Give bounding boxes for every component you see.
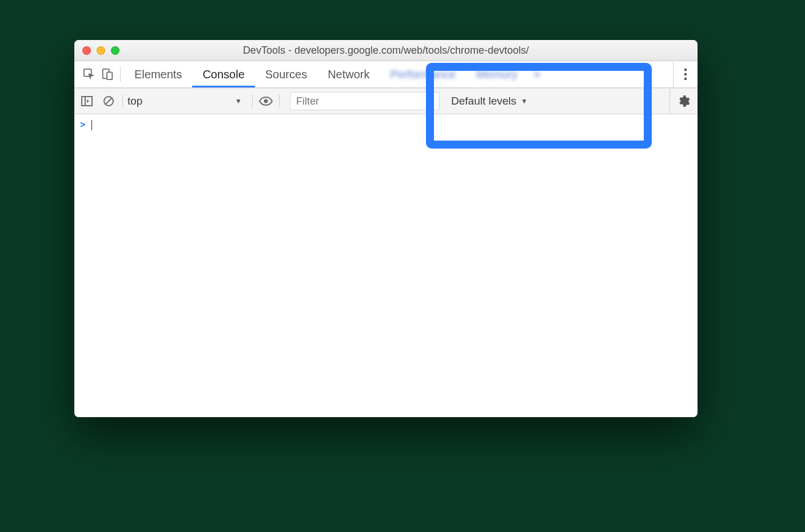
- clear-console-icon[interactable]: [99, 92, 118, 110]
- tabbar: Elements Console Sources Network Perform…: [74, 61, 698, 88]
- context-label: top: [127, 95, 142, 107]
- console-output[interactable]: >: [74, 114, 698, 417]
- close-window-button[interactable]: [82, 46, 91, 55]
- tab-network[interactable]: Network: [317, 61, 380, 87]
- show-console-sidebar-icon[interactable]: [78, 92, 96, 110]
- chevron-down-icon: ▼: [521, 97, 528, 105]
- svg-point-4: [684, 73, 687, 76]
- svg-point-10: [264, 99, 268, 103]
- levels-label: Default levels: [451, 95, 516, 107]
- execution-context-selector[interactable]: top ▼: [127, 93, 248, 109]
- window-title: DevTools - developers.google.com/web/too…: [74, 45, 698, 57]
- tabbar-separator: [120, 67, 121, 82]
- console-settings-icon[interactable]: [669, 89, 698, 114]
- tab-sources[interactable]: Sources: [255, 61, 317, 87]
- tab-elements[interactable]: Elements: [124, 61, 192, 87]
- console-prompt-icon: >: [80, 119, 86, 130]
- svg-line-9: [106, 98, 112, 105]
- toolbar-separator-3: [279, 94, 280, 108]
- text-caret: [91, 120, 92, 130]
- zoom-window-button[interactable]: [111, 46, 119, 55]
- kebab-menu-icon[interactable]: [673, 61, 698, 87]
- tab-memory[interactable]: Memory: [466, 61, 528, 87]
- device-toolbar-icon[interactable]: [98, 65, 117, 83]
- minimize-window-button[interactable]: [97, 46, 105, 55]
- svg-point-5: [684, 78, 687, 81]
- tab-performance[interactable]: Performance: [380, 61, 467, 87]
- devtools-window: DevTools - developers.google.com/web/too…: [74, 40, 698, 417]
- toolbar-separator: [122, 94, 123, 108]
- toolbar-separator-2: [252, 94, 253, 108]
- svg-rect-2: [107, 72, 112, 79]
- filter-input[interactable]: [290, 92, 440, 110]
- svg-point-3: [684, 69, 687, 71]
- console-toolbar: top ▼ Default levels ▼: [74, 88, 698, 114]
- log-levels-selector[interactable]: Default levels ▼: [451, 93, 528, 110]
- traffic-lights: [82, 46, 119, 55]
- titlebar: DevTools - developers.google.com/web/too…: [74, 40, 698, 61]
- tab-console[interactable]: Console: [192, 61, 254, 87]
- live-expression-icon[interactable]: [257, 97, 274, 106]
- inspect-element-icon[interactable]: [80, 65, 98, 83]
- chevron-down-icon: ▼: [235, 97, 242, 105]
- more-tabs-icon[interactable]: »: [528, 67, 546, 82]
